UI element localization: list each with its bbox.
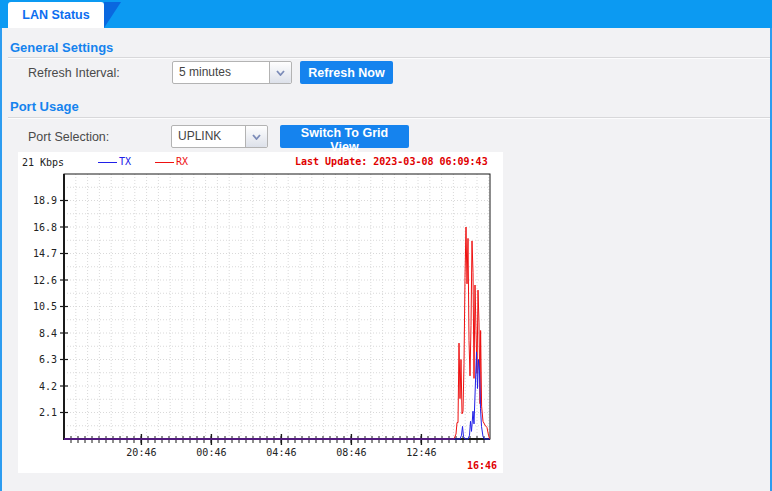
svg-text:2.1: 2.1	[39, 407, 57, 418]
general-settings-title: General Settings	[10, 40, 113, 55]
svg-text:12.6: 12.6	[33, 275, 57, 286]
lan-status-page: LAN Status General Settings Refresh Inte…	[0, 0, 772, 491]
y-axis-ticks: 2.14.26.38.410.512.614.716.818.9	[33, 195, 68, 418]
switch-to-grid-view-button[interactable]: Switch To Grid View	[280, 125, 409, 148]
chart-gridlines	[64, 174, 490, 439]
svg-text:18.9: 18.9	[33, 195, 57, 206]
tab-label: LAN Status	[22, 8, 89, 22]
port-usage-title: Port Usage	[10, 99, 79, 114]
traffic-chart-canvas: 2.14.26.38.410.512.614.716.818.920:4600:…	[18, 152, 503, 473]
refresh-interval-label: Refresh Interval:	[28, 66, 120, 80]
x-axis-end-label: 16:46	[467, 460, 497, 471]
svg-text:4.2: 4.2	[39, 381, 57, 392]
section-divider	[8, 117, 770, 119]
refresh-interval-select[interactable]: 5 minutes	[172, 61, 292, 84]
tab-bar: LAN Status	[0, 0, 772, 28]
port-usage-chart-panel: 21 Kbps TX RX Last Update: 2023-03-08 06…	[18, 152, 503, 473]
x-axis-ticks: 20:4600:4604:4608:4612:46	[71, 434, 484, 458]
svg-text:00:46: 00:46	[196, 447, 226, 458]
refresh-now-button[interactable]: Refresh Now	[300, 61, 393, 84]
svg-text:08:46: 08:46	[336, 447, 366, 458]
svg-text:20:46: 20:46	[126, 447, 156, 458]
section-divider	[8, 57, 770, 59]
svg-text:6.3: 6.3	[39, 354, 57, 365]
chevron-down-icon[interactable]	[269, 62, 291, 83]
tab-edge-decoration	[104, 2, 121, 28]
left-border-decoration	[0, 28, 2, 491]
port-selection-select[interactable]: UPLINK	[171, 125, 268, 148]
svg-text:14.7: 14.7	[33, 248, 57, 259]
port-selection-label: Port Selection:	[28, 130, 109, 144]
svg-text:8.4: 8.4	[39, 328, 57, 339]
svg-text:10.5: 10.5	[33, 301, 57, 312]
svg-text:04:46: 04:46	[266, 447, 296, 458]
svg-text:16.8: 16.8	[33, 222, 57, 233]
tab-lan-status[interactable]: LAN Status	[8, 2, 104, 28]
chevron-down-icon[interactable]	[245, 126, 267, 147]
svg-text:12:46: 12:46	[406, 447, 436, 458]
